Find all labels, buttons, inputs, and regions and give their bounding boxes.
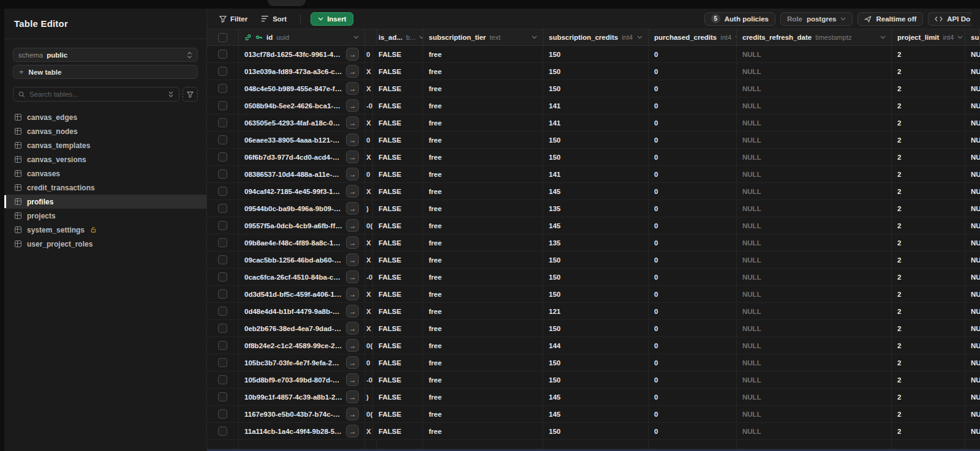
cell-id[interactable]: 0eb2b676-38ed-4ea7-9dad-38e6...→	[239, 320, 365, 337]
chevrons-collapse-icon[interactable]	[168, 91, 174, 98]
cell-su-clipped[interactable]: NU	[965, 132, 980, 148]
expand-row-button[interactable]: →	[346, 168, 359, 181]
cell-subscription-credits[interactable]: 145	[543, 406, 649, 422]
expand-row-button[interactable]: →	[346, 151, 359, 163]
cell-id[interactable]: 09cac5bb-1256-46bd-ab60-64ed...→	[239, 252, 365, 268]
search-tables-input[interactable]: Search tables...	[13, 87, 179, 102]
cell-su-clipped[interactable]: NU	[965, 337, 980, 354]
chevron-down-icon[interactable]	[880, 35, 886, 39]
cell-id[interactable]: 013cf78d-1625-43fc-9961-442189...→	[239, 46, 365, 62]
cell-credits-refresh-date[interactable]: NULL	[737, 114, 892, 131]
cell-su-clipped[interactable]: NU	[965, 389, 980, 405]
cell-id[interactable]: 08386537-10d4-488a-a11e-eb5a6...→	[239, 166, 365, 182]
sidebar-item-canvases[interactable]: canvases	[4, 166, 206, 181]
cell-subscription-credits[interactable]: 150	[543, 320, 649, 337]
cell-clipped[interactable]: X	[365, 183, 373, 199]
cell-subscription-credits[interactable]: 150	[543, 354, 649, 371]
cell-clipped[interactable]: X	[365, 320, 373, 337]
cell-purchased-credits[interactable]: 0	[649, 371, 737, 388]
expand-row-button[interactable]: →	[346, 425, 359, 438]
cell-credits-refresh-date[interactable]: NULL	[737, 269, 892, 285]
cell-project-limit[interactable]: 2	[892, 354, 965, 371]
cell-credits-refresh-date[interactable]: NULL	[737, 132, 892, 148]
sort-button[interactable]: Sort	[257, 13, 290, 25]
cell-su-clipped[interactable]: NU	[965, 217, 980, 234]
cell-credits-refresh-date[interactable]: NULL	[737, 63, 892, 80]
cell-su-clipped[interactable]: NU	[965, 200, 980, 217]
cell-su-clipped[interactable]: NU	[965, 46, 980, 62]
cell-is-admin[interactable]: FALSE	[373, 166, 423, 182]
row-checkbox[interactable]	[218, 255, 227, 264]
cell-is-admin[interactable]: FALSE	[373, 269, 423, 285]
expand-row-button[interactable]: →	[346, 305, 359, 318]
cell-purchased-credits[interactable]: 0	[649, 132, 737, 148]
cell-clipped[interactable]: 0	[365, 354, 373, 371]
cell-is-admin[interactable]: FALSE	[373, 354, 423, 371]
cell-is-admin[interactable]: FALSE	[373, 371, 423, 388]
cell-purchased-credits[interactable]: 0	[649, 320, 737, 337]
column-header-credits-refresh-date[interactable]: credits_refresh_date timestamptz	[737, 29, 892, 45]
column-header-su-clipped[interactable]: su	[965, 29, 980, 45]
cell-id[interactable]: 013e039a-fd89-473a-a3c6-ccfa9...→	[239, 63, 365, 80]
insert-button[interactable]: Insert	[311, 12, 353, 26]
cell-id[interactable]: 09557f5a-0dcb-4cb9-a6fb-fff366...→	[239, 217, 365, 234]
expand-row-button[interactable]: →	[346, 270, 359, 283]
cell-su-clipped[interactable]: NU	[965, 423, 980, 439]
cell-project-limit[interactable]: 2	[892, 132, 965, 148]
cell-purchased-credits[interactable]: 0	[649, 234, 737, 251]
row-checkbox[interactable]	[218, 135, 227, 144]
schema-select[interactable]: schema public	[13, 48, 198, 62]
cell-subscription-credits[interactable]: 150	[543, 46, 649, 62]
select-all-checkbox[interactable]	[218, 33, 227, 42]
expand-row-button[interactable]: →	[346, 356, 359, 369]
expand-row-button[interactable]: →	[346, 48, 359, 61]
cell-subscription-tier[interactable]: free	[423, 252, 543, 268]
cell-purchased-credits[interactable]: 0	[649, 423, 737, 439]
cell-project-limit[interactable]: 2	[892, 97, 965, 114]
cell-su-clipped[interactable]: NU	[965, 320, 980, 337]
cell-clipped[interactable]: X	[365, 80, 373, 97]
cell-clipped[interactable]: )	[365, 389, 373, 405]
cell-project-limit[interactable]: 2	[892, 303, 965, 319]
cell-subscription-tier[interactable]: free	[423, 423, 543, 439]
cell-project-limit[interactable]: 2	[892, 320, 965, 337]
cell-subscription-tier[interactable]: free	[423, 46, 543, 62]
column-header-subscription-tier[interactable]: subscription_tier text	[423, 29, 543, 45]
cell-is-admin[interactable]: FALSE	[373, 234, 423, 251]
cell-clipped[interactable]: X	[365, 303, 373, 319]
cell-purchased-credits[interactable]: 0	[649, 200, 737, 217]
cell-project-limit[interactable]: 2	[892, 269, 965, 285]
cell-subscription-credits[interactable]: 135	[543, 200, 649, 217]
column-header-purchased-credits[interactable]: purchased_credits int4	[649, 29, 737, 45]
sidebar-item-user_project_roles[interactable]: user_project_roles	[4, 237, 206, 251]
expand-row-button[interactable]: →	[346, 99, 359, 112]
cell-is-admin[interactable]: FALSE	[373, 63, 423, 80]
cell-project-limit[interactable]: 2	[892, 46, 965, 62]
cell-subscription-credits[interactable]: 141	[543, 97, 649, 114]
cell-id[interactable]: 105bc3b7-03fe-4e7f-9efa-21bb40...→	[239, 354, 365, 371]
cell-purchased-credits[interactable]: 0	[649, 166, 737, 182]
cell-project-limit[interactable]: 2	[892, 80, 965, 97]
cell-clipped[interactable]: -0	[365, 269, 373, 285]
cell-subscription-tier[interactable]: free	[423, 166, 543, 182]
sidebar-item-canvas_nodes[interactable]: canvas_nodes	[4, 124, 206, 138]
cell-subscription-tier[interactable]: free	[423, 337, 543, 354]
cell-id[interactable]: 063505e5-4293-4faf-a18c-0e65b...→	[239, 114, 365, 131]
cell-is-admin[interactable]: FALSE	[373, 97, 423, 114]
cell-su-clipped[interactable]: NU	[965, 149, 980, 165]
cell-project-limit[interactable]: 2	[892, 252, 965, 268]
row-checkbox[interactable]	[218, 375, 227, 384]
row-checkbox[interactable]	[218, 170, 227, 179]
row-checkbox[interactable]	[218, 289, 227, 299]
cell-subscription-credits[interactable]: 150	[543, 252, 649, 268]
cell-subscription-credits[interactable]: 121	[543, 303, 649, 319]
cell-clipped[interactable]: X	[365, 252, 373, 268]
cell-project-limit[interactable]: 2	[892, 63, 965, 80]
cell-subscription-tier[interactable]: free	[423, 286, 543, 302]
expand-row-button[interactable]: →	[346, 185, 359, 198]
sidebar-item-system_settings[interactable]: system_settings	[4, 223, 206, 237]
cell-subscription-tier[interactable]: free	[423, 371, 543, 388]
expand-row-button[interactable]: →	[346, 236, 359, 249]
cell-purchased-credits[interactable]: 0	[649, 406, 737, 422]
cell-id[interactable]: 0f8b24e2-c1c2-4589-99ce-2c52d...→	[239, 337, 365, 354]
